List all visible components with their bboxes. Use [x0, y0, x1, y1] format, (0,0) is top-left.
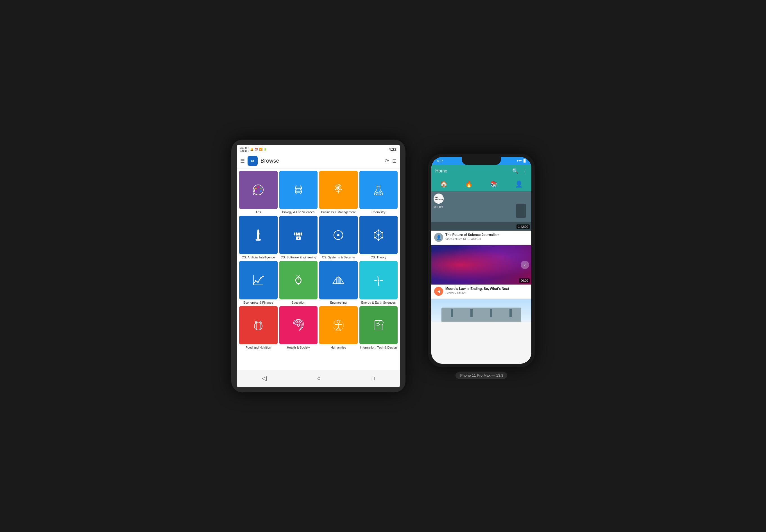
svg-rect-35: [257, 239, 260, 240]
category-energy[interactable]: Energy & Earth Sciences: [359, 261, 398, 304]
svg-point-67: [374, 232, 376, 233]
category-economics[interactable]: Economics & Finance: [239, 261, 278, 304]
svg-line-102: [334, 328, 336, 329]
alarm-icon: ⏰: [254, 148, 258, 151]
svg-line-29: [335, 186, 336, 187]
svg-point-31: [376, 192, 381, 195]
circuit-thumb: [431, 245, 531, 285]
cs-theory-tile: [359, 216, 398, 254]
svg-rect-36: [257, 234, 259, 239]
search-icon[interactable]: 🔍: [512, 168, 519, 174]
category-business[interactable]: Business & Management: [319, 171, 358, 214]
svg-line-26: [340, 185, 341, 186]
hamburger-icon[interactable]: ☰: [240, 158, 245, 164]
economics-label: Economics & Finance: [243, 301, 274, 304]
svg-point-56: [334, 237, 335, 238]
category-chemistry[interactable]: Chemistry: [359, 171, 398, 214]
video-card-1[interactable]: MITmuseum MIT 360 1:42:09: [431, 191, 531, 244]
android-toolbar: ☰ ∞ Browse ⟳ ⊡: [237, 154, 400, 169]
svg-point-53: [341, 232, 342, 233]
browse-title: Browse: [260, 158, 382, 164]
svg-point-37: [257, 229, 259, 231]
video-card-2[interactable]: ‹ 06:09 ◀ Moore's Law Is Ending. So, Wha…: [431, 245, 531, 298]
device-label: iPhone 11 Pro Max — 13.3: [456, 372, 507, 379]
video-thumbnail-2: ‹ 06:09: [431, 245, 531, 285]
category-engineering[interactable]: Engineering: [319, 261, 358, 304]
category-health[interactable]: Health & Society: [279, 306, 318, 350]
svg-point-86: [377, 279, 379, 281]
svg-point-21: [336, 185, 337, 186]
svg-point-38: [294, 232, 295, 234]
iphone-screen: 8:57 ▾▾▾ ▉ Home 🔍 ⋮ 🏠 🔥 📚 👤: [431, 157, 531, 364]
energy-label: Energy & Earth Sciences: [361, 301, 396, 304]
svg-point-47: [301, 234, 302, 235]
tab-library[interactable]: 📚: [490, 181, 498, 188]
svg-point-3: [260, 188, 261, 189]
duration-2: 06:09: [519, 278, 530, 283]
home-button[interactable]: ○: [317, 375, 320, 382]
iphone-battery-icon: ▉: [524, 159, 526, 163]
cs-se-label: CS: Software Engineering: [280, 255, 317, 259]
more-icon[interactable]: ⋮: [522, 168, 528, 174]
arts-tile: [239, 171, 278, 209]
engineering-label: Engineering: [329, 301, 347, 304]
category-cs-sys[interactable]: CS: Systems & Security: [319, 216, 358, 259]
avatar-1: 👤: [434, 233, 443, 242]
video-meta-2: Moore's Law Is Ending. So, What's Next S…: [446, 287, 529, 295]
video-card-3[interactable]: [431, 299, 531, 322]
category-humanities[interactable]: Humanities: [319, 306, 358, 350]
video-thumbnail-1: MITmuseum MIT 360 1:42:09: [431, 191, 531, 231]
svg-point-71: [257, 281, 259, 283]
food-tile: [239, 306, 278, 345]
svg-point-55: [338, 239, 339, 240]
svg-line-79: [340, 278, 344, 284]
svg-point-68: [377, 234, 379, 236]
iphone-nav-tabs: 🏠 🔥 📚 👤: [431, 177, 531, 191]
back-button[interactable]: ◁: [262, 375, 267, 382]
health-tile: [279, 306, 318, 345]
category-arts[interactable]: Arts: [239, 171, 278, 214]
recent-button[interactable]: □: [371, 375, 374, 382]
svg-point-16: [335, 189, 336, 190]
iphone-toolbar-title: Home: [435, 169, 447, 174]
category-education[interactable]: Education: [279, 261, 318, 304]
battery-icon: 🔋: [263, 148, 267, 151]
category-cs-ai[interactable]: CS: Artificial Intelligence: [239, 216, 278, 259]
cast-icon[interactable]: ⊡: [392, 158, 397, 164]
device-label-container: iPhone 11 Pro Max — 13.3: [456, 369, 507, 379]
cs-ai-tile: [239, 216, 278, 254]
tab-profile[interactable]: 👤: [515, 181, 523, 188]
svg-point-42: [301, 232, 302, 234]
svg-line-103: [341, 328, 342, 329]
category-food[interactable]: Food and Nutrition: [239, 306, 278, 350]
engineering-tile: [319, 261, 358, 299]
health-label: Health & Society: [286, 345, 310, 349]
category-biology[interactable]: Biology & Life Sciences: [279, 171, 318, 214]
data-transfer: 297 B ↑ 148 B ↓: [240, 146, 249, 153]
video-thumbnail-3: [431, 299, 531, 322]
volume-icon: 🔔: [250, 148, 253, 151]
mit-logo: MITmuseum: [434, 194, 444, 204]
tab-trending[interactable]: 🔥: [465, 181, 473, 188]
android-screen: 297 B ↑ 148 B ↓ 🔔 ⏰ 📶 🔋 4:22 ☰ ∞ Browse …: [237, 145, 400, 387]
tab-home[interactable]: 🏠: [440, 181, 448, 188]
food-label: Food and Nutrition: [245, 345, 272, 349]
category-cs-theory[interactable]: CS: Theory: [359, 216, 398, 259]
category-infotech[interactable]: i Information, Tech & Design: [359, 306, 398, 350]
category-cs-se[interactable]: CS: Software Engineering: [279, 216, 318, 259]
prev-arrow[interactable]: ‹: [521, 261, 529, 269]
education-label: Education: [291, 301, 306, 304]
svg-point-32: [376, 192, 377, 193]
svg-point-94: [337, 320, 340, 323]
biology-tile: [279, 171, 318, 209]
android-status-bar: 297 B ↑ 148 B ↓ 🔔 ⏰ 📶 🔋 4:22: [237, 145, 400, 154]
energy-tile: [359, 261, 398, 299]
cs-sys-label: CS: Systems & Security: [321, 255, 355, 259]
svg-point-20: [338, 186, 339, 187]
refresh-icon[interactable]: ⟳: [385, 158, 389, 164]
arts-label: Arts: [255, 210, 261, 214]
svg-point-70: [255, 280, 256, 282]
android-nav-bar: ◁ ○ □: [237, 370, 400, 387]
svg-point-49: [297, 237, 299, 239]
iphone-notch: [462, 157, 501, 165]
